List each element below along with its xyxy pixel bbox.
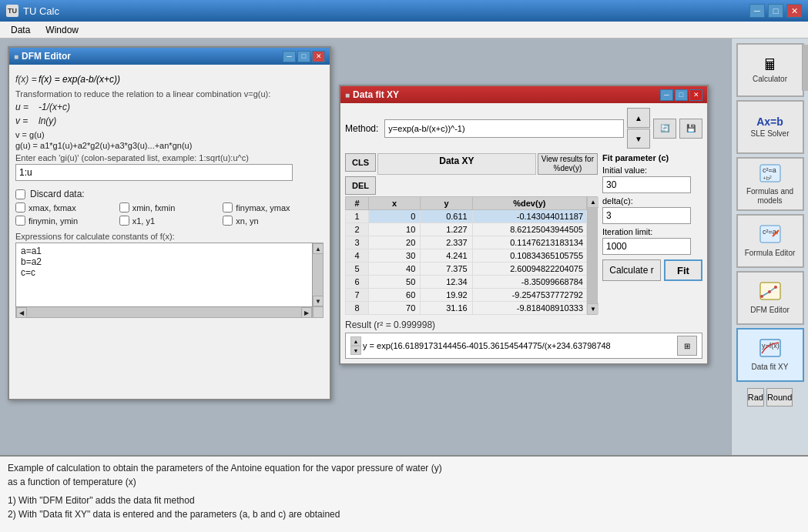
dfm-editor-minimize[interactable]: ─	[283, 51, 296, 62]
scroll-left[interactable]: ◀	[16, 307, 27, 318]
sidebar-sle-solver[interactable]: Ax=b SLE Solver	[736, 100, 804, 154]
table-header-row: # x y %dev(y)	[346, 197, 587, 210]
bottom-line5: 2) With "Data fit XY" data is entered an…	[8, 507, 800, 521]
bottom-line1: Example of calculation to obtain the par…	[8, 461, 800, 475]
expr-vscroll[interactable]: ▲ ▼	[313, 243, 324, 307]
formulas-label: Formulas and models	[738, 187, 803, 206]
table-row: 1 0 0.611 -0.143044011187	[346, 210, 587, 223]
result-scroll-up[interactable]: ▲	[350, 336, 361, 346]
table-row: 4 30 4.241 0.10834365105755	[346, 249, 587, 263]
scroll-right[interactable]: ▶	[301, 307, 312, 318]
del-btn2[interactable]: DEL	[345, 176, 376, 195]
result-scroll-down[interactable]: ▼	[350, 346, 361, 355]
table-scroll-up[interactable]: ▲	[588, 197, 598, 208]
sidebar-datafit-xy[interactable]: y=f(x) Data fit XY	[736, 328, 804, 382]
result-label: Result (r² = 0.999998)	[345, 320, 702, 330]
sle-icon: Ax=b	[756, 116, 783, 127]
expr-hscroll: ◀ ▶	[15, 307, 324, 318]
save-method-button[interactable]: 💾	[679, 119, 702, 139]
table-scroll-thumb	[588, 208, 597, 303]
scroll-corner	[313, 307, 324, 318]
col-dev-header: %dev(y)	[472, 197, 586, 210]
svg-text:c²=a: c²=a	[763, 166, 776, 174]
datafit-maximize[interactable]: □	[675, 89, 688, 101]
result-scrollbar[interactable]: ▲ ▼	[350, 336, 361, 355]
table-row: 6 50 12.34 -8.35099668784	[346, 276, 587, 289]
dfm-editor-content: f(x) = f(x) = exp(a-b/(x+c)) Transformat…	[9, 65, 330, 324]
formula-value: f(x) = exp(a-b/(x+c))	[39, 74, 120, 85]
col-x-header: x	[369, 197, 421, 210]
calculator-icon: 🖩	[763, 57, 778, 72]
svg-point-10	[760, 295, 763, 298]
dfm-editor-title-bar: ■ DFM Editor ─ □ ✕	[9, 48, 330, 65]
title-bar: TU TU Calc ─ □ ✕	[0, 0, 808, 22]
sidebar-formulas[interactable]: c²=a +b² Formulas and models	[736, 157, 804, 211]
svg-text:+b²: +b²	[763, 175, 772, 182]
method-input[interactable]	[384, 119, 624, 138]
dfm-editor-sidebar-label: DFM Editor	[750, 306, 790, 315]
method-label: Method:	[345, 123, 378, 134]
dfm-editor-window: ■ DFM Editor ─ □ ✕ f(x) = f(x) = exp(a-b…	[8, 46, 331, 400]
datafit-icon: ■	[345, 91, 350, 99]
check-xmin: xmin, fxmin	[119, 202, 220, 212]
table-body: 1 0 0.611 -0.143044011187 2 10 1.227 8.6…	[346, 210, 587, 315]
copy-result-button[interactable]: ⊞	[677, 336, 697, 356]
sidebar-formula-editor[interactable]: c²=a Formula Editor	[736, 214, 804, 268]
table-top-controls: CLS Data XY View results for%dev(y)	[345, 153, 598, 175]
minimize-button[interactable]: ─	[749, 4, 765, 18]
u-label: u =	[15, 102, 39, 112]
del-row: DEL	[345, 176, 598, 195]
bottom-line4: 1) With "DFM Editor" adds the data fit m…	[8, 494, 800, 507]
iteration-input[interactable]	[602, 238, 691, 255]
expr-hscrollbar[interactable]: ◀ ▶	[15, 307, 313, 318]
table-scroll-down[interactable]: ▼	[588, 303, 598, 314]
menu-data[interactable]: Data	[3, 23, 38, 37]
gi-input[interactable]	[15, 164, 293, 181]
calculator-label: Calculator	[753, 75, 787, 84]
result-row: Result (r² = 0.999998) ▲ ▼ y = exp(16.61…	[345, 320, 702, 359]
scroll-down[interactable]: ▼	[313, 296, 324, 306]
scroll-up[interactable]: ▲	[313, 243, 324, 254]
formula-editor-label: Formula Editor	[745, 249, 796, 258]
dfm-editor-window-controls: ─ □ ✕	[283, 51, 325, 62]
datafit-close[interactable]: ✕	[689, 89, 702, 101]
method-up[interactable]: ▲	[627, 108, 650, 128]
initial-value-input[interactable]	[602, 176, 691, 193]
table-vscroll[interactable]: ▲ ▼	[587, 196, 598, 315]
calculate-r-button[interactable]: Calculate r	[602, 259, 661, 281]
dfm-editor-maximize[interactable]: □	[297, 51, 310, 62]
discard-row: Discard data:	[15, 189, 324, 199]
svg-point-12	[774, 286, 777, 289]
maximize-button[interactable]: □	[768, 4, 783, 18]
fit-params-section: Fit parameter (c) Initial value: delta(c…	[602, 153, 702, 315]
expr-label: Expressions for calculate constants of f…	[15, 232, 324, 241]
datafit-minimize[interactable]: ─	[660, 89, 673, 101]
fit-button[interactable]: Fit	[664, 259, 702, 281]
dfm-editor-close[interactable]: ✕	[312, 51, 325, 62]
refresh-button[interactable]: 🔄	[653, 119, 676, 139]
method-down[interactable]: ▼	[627, 129, 650, 149]
menu-window[interactable]: Window	[38, 23, 86, 37]
sidebar-calculator[interactable]: 🖩 Calculator	[736, 43, 804, 97]
rad-round-row: Rad Round	[747, 388, 793, 407]
cls-btn2[interactable]: CLS	[345, 153, 376, 172]
col-y-header: y	[421, 197, 472, 210]
discard-checkbox[interactable]	[15, 189, 25, 199]
table-row: 7 60 19.92 -9.2547537772792	[346, 289, 587, 302]
close-button[interactable]: ✕	[786, 4, 802, 18]
method-scroll: ▲ ▼	[627, 108, 650, 149]
bottom-line2: as a function of temperature (x)	[8, 475, 800, 489]
table-wrap: CLS Data XY View results for%dev(y) DEL …	[345, 153, 598, 315]
datafit-xy-label: Data fit XY	[752, 363, 789, 372]
sidebar-dfm-editor[interactable]: DFM Editor	[736, 271, 804, 325]
check-xmax: xmax, fxmax	[15, 202, 116, 212]
calc-fit-row: Calculate r Fit	[602, 259, 702, 281]
table-container: # x y %dev(y) 1 0 0.611 -0.143044011187	[345, 196, 598, 315]
view-results-btn2[interactable]: View results for%dev(y)	[538, 153, 598, 175]
right-sidebar: 🖩 Calculator Ax=b SLE Solver c²=a +b² Fo…	[731, 38, 808, 455]
expr-textarea[interactable]: a=a1 b=a2 c=c	[15, 243, 313, 307]
round-button[interactable]: Round	[766, 388, 793, 407]
sle-label: SLE Solver	[750, 129, 789, 139]
delta-input[interactable]	[602, 207, 691, 224]
rad-button[interactable]: Rad	[747, 388, 764, 407]
